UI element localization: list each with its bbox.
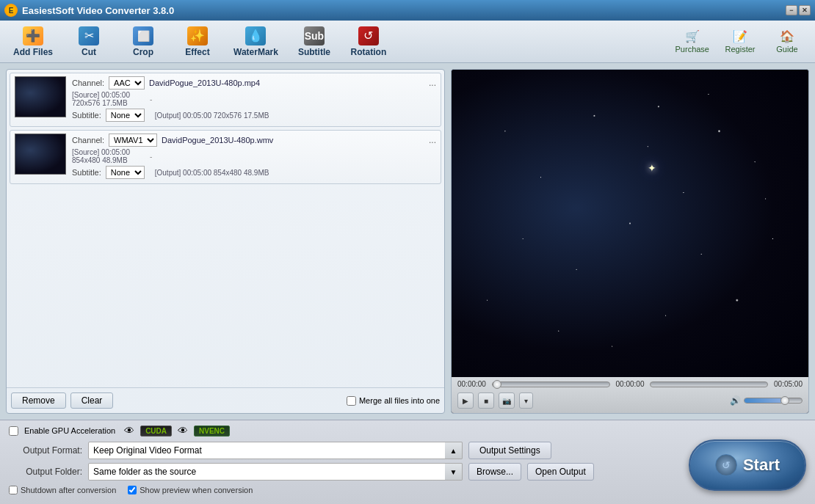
time-start: 00:00:00 bbox=[457, 380, 486, 388]
stop-button[interactable]: ■ bbox=[478, 392, 494, 409]
volume-icon: 🔊 bbox=[730, 395, 741, 406]
close-button[interactable]: ✕ bbox=[799, 5, 811, 15]
output-folder-row: Output Folder: ▼ Browse... Open Output bbox=[9, 463, 806, 481]
rotation-label: Rotation bbox=[351, 47, 387, 57]
volume-thumb[interactable] bbox=[780, 396, 789, 405]
output-folder-dropdown[interactable]: ▼ bbox=[445, 463, 463, 481]
subtitle-label: Subtitle: bbox=[72, 168, 101, 177]
open-output-button[interactable]: Open Output bbox=[527, 463, 594, 481]
show-preview-checkbox[interactable] bbox=[128, 486, 137, 494]
file-menu-dots[interactable]: ... bbox=[429, 78, 436, 88]
subtitle-label: Subtitle bbox=[298, 47, 330, 57]
watermark-icon: 💧 bbox=[245, 26, 266, 45]
guide-icon: 🏠 bbox=[780, 29, 794, 43]
snapshot-dropdown[interactable]: ▾ bbox=[519, 392, 533, 409]
guide-button[interactable]: 🏠 Guide bbox=[765, 26, 809, 56]
titlebar: E EasiestSoft Video Converter 3.8.0 − ✕ bbox=[0, 0, 815, 21]
filelist-content: Channel: AAC DavidPogue_2013U-480p.mp4 .… bbox=[7, 70, 444, 387]
purchase-button[interactable]: 🛒 Purchase bbox=[670, 26, 715, 56]
subtitle-select[interactable]: None bbox=[106, 109, 145, 122]
minimize-button[interactable]: − bbox=[786, 5, 797, 15]
output-meta: [Output] 00:05:00 720x576 17.5MB bbox=[155, 112, 269, 120]
purchase-icon: 🛒 bbox=[685, 29, 700, 43]
snapshot-button[interactable]: 📷 bbox=[499, 392, 515, 409]
effect-button[interactable]: ✨ Effect bbox=[172, 23, 223, 60]
preview-panel: 00:00:00 00:00:00 00:05:00 ▶ ■ 📷 ▾ 🔊 bbox=[451, 69, 809, 414]
gpu-row: Enable GPU Acceleration 👁 CUDA 👁 NVENC bbox=[9, 425, 806, 437]
add-files-button[interactable]: ➕ Add Files bbox=[6, 23, 60, 60]
titlebar-controls: − ✕ bbox=[786, 5, 811, 15]
channel-label: Channel: bbox=[72, 136, 104, 145]
file-info: Channel: WMAV1 DavidPogue_2013U-480p.wmv… bbox=[72, 134, 436, 180]
channel-select[interactable]: WMAV1 bbox=[109, 134, 157, 147]
gpu-label: Enable GPU Acceleration bbox=[24, 426, 115, 435]
watermark-button[interactable]: 💧 WaterMark bbox=[226, 23, 286, 60]
playback-controls: ▶ ■ 📷 ▾ 🔊 bbox=[457, 391, 803, 410]
main-area: Channel: AAC DavidPogue_2013U-480p.mp4 .… bbox=[0, 63, 815, 420]
subtitle-select[interactable]: None bbox=[106, 166, 145, 179]
channel-select[interactable]: AAC bbox=[109, 76, 145, 90]
file-info: Channel: AAC DavidPogue_2013U-480p.mp4 .… bbox=[72, 76, 436, 123]
source-meta: [Source] 00:05:00 720x576 17.5MB bbox=[72, 91, 145, 107]
cut-label: Cut bbox=[82, 47, 96, 57]
browse-button[interactable]: Browse... bbox=[468, 463, 521, 481]
merge-label: Merge all files into one bbox=[359, 396, 440, 405]
preview-video bbox=[452, 70, 808, 377]
progress-track[interactable] bbox=[492, 381, 610, 387]
bottom-wrapper: Enable GPU Acceleration 👁 CUDA 👁 NVENC O… bbox=[0, 420, 815, 504]
volume-slider[interactable] bbox=[744, 398, 803, 403]
subtitle-button[interactable]: Sub Subtitle bbox=[289, 23, 340, 60]
filelist-panel: Channel: AAC DavidPogue_2013U-480p.mp4 .… bbox=[6, 69, 445, 414]
shutdown-checkbox[interactable] bbox=[9, 486, 18, 494]
play-button[interactable]: ▶ bbox=[457, 392, 474, 409]
progress-track-2[interactable] bbox=[650, 381, 768, 387]
file-item: Channel: WMAV1 DavidPogue_2013U-480p.wmv… bbox=[10, 130, 441, 184]
titlebar-left: E EasiestSoft Video Converter 3.8.0 bbox=[4, 4, 174, 17]
start-button[interactable]: ↺ Start bbox=[689, 439, 806, 491]
purchase-label: Purchase bbox=[675, 45, 709, 54]
progress-thumb[interactable] bbox=[493, 380, 501, 389]
show-preview-option[interactable]: Show preview when conversion bbox=[128, 486, 253, 494]
preview-controls: 00:00:00 00:00:00 00:05:00 ▶ ■ 📷 ▾ 🔊 bbox=[452, 377, 808, 413]
file-name: DavidPogue_2013U-480p.mp4 bbox=[149, 78, 424, 87]
app-logo-icon: E bbox=[4, 4, 18, 17]
effect-label: Effect bbox=[185, 47, 209, 57]
add-files-icon: ➕ bbox=[23, 26, 43, 45]
source-dash: - bbox=[150, 95, 152, 103]
cut-button[interactable]: ✂ Cut bbox=[63, 23, 115, 60]
crop-button[interactable]: ⬜ Crop bbox=[117, 23, 169, 60]
shutdown-option[interactable]: Shutdown after conversion bbox=[9, 486, 116, 494]
clear-button[interactable]: Clear bbox=[70, 392, 114, 409]
merge-checkbox[interactable] bbox=[347, 396, 356, 406]
gpu-checkbox[interactable] bbox=[9, 426, 18, 436]
output-format-label: Output Format: bbox=[9, 445, 82, 456]
rotation-icon: ↺ bbox=[358, 26, 379, 45]
nvenc-eye-icon: 👁 bbox=[178, 425, 188, 437]
output-format-row: Output Format: ▲ Output Settings bbox=[9, 442, 806, 459]
eye-icon: 👁 bbox=[124, 425, 134, 437]
time-end: 00:05:00 bbox=[774, 380, 803, 388]
filelist-footer: Remove Clear Merge all files into one bbox=[7, 387, 444, 413]
file-menu-dots[interactable]: ... bbox=[429, 135, 436, 145]
start-icon: ↺ bbox=[715, 454, 737, 476]
output-settings-button[interactable]: Output Settings bbox=[468, 442, 551, 459]
channel-label: Channel: bbox=[72, 78, 104, 87]
start-label: Start bbox=[743, 456, 780, 475]
output-folder-container: ▼ bbox=[88, 463, 463, 481]
file-thumbnail bbox=[15, 76, 66, 117]
output-folder-input[interactable] bbox=[88, 463, 463, 481]
output-format-input[interactable] bbox=[88, 442, 463, 459]
shutdown-label: Shutdown after conversion bbox=[21, 486, 116, 494]
output-format-container: ▲ bbox=[88, 442, 463, 459]
progress-bar-container: 00:00:00 00:00:00 00:05:00 bbox=[457, 380, 803, 388]
time-current: 00:00:00 bbox=[616, 380, 645, 388]
subtitle-label: Subtitle: bbox=[72, 111, 101, 120]
register-button[interactable]: 📝 Register bbox=[718, 26, 762, 56]
nvenc-badge: NVENC bbox=[194, 426, 230, 437]
file-thumbnail bbox=[15, 134, 66, 175]
output-format-dropdown[interactable]: ▲ bbox=[445, 442, 463, 459]
rotation-button[interactable]: ↺ Rotation bbox=[343, 23, 394, 60]
remove-button[interactable]: Remove bbox=[11, 392, 66, 409]
options-row: Shutdown after conversion Show preview w… bbox=[9, 486, 806, 494]
register-icon: 📝 bbox=[733, 29, 747, 43]
